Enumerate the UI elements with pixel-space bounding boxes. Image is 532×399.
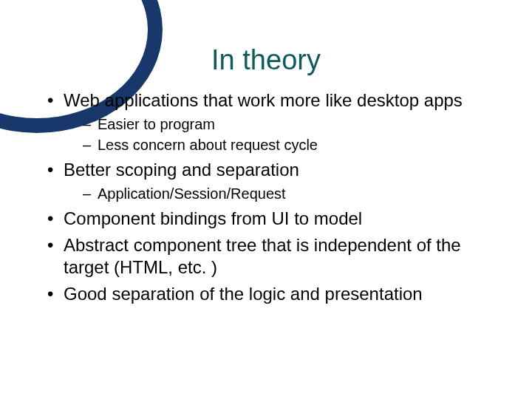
- list-item: Web applications that work more like des…: [47, 89, 499, 154]
- slide: In theory Web applications that work mor…: [0, 44, 532, 399]
- list-item: Good separation of the logic and present…: [47, 283, 499, 305]
- bullet-text: Better scoping and separation: [64, 160, 299, 180]
- bullet-text: Easier to program: [98, 116, 215, 132]
- list-item: Less concern about request cycle: [83, 135, 499, 154]
- bullet-text: Application/Session/Request: [98, 185, 286, 202]
- sub-list: Easier to program Less concern about req…: [64, 115, 499, 154]
- bullet-text: Abstract component tree that is independ…: [64, 235, 461, 277]
- bullet-text: Component bindings from UI to model: [64, 208, 362, 228]
- list-item: Better scoping and separation Applicatio…: [47, 159, 499, 203]
- list-item: Component bindings from UI to model: [47, 208, 499, 230]
- sub-list: Application/Session/Request: [64, 184, 499, 203]
- bullet-text: Web applications that work more like des…: [64, 90, 463, 110]
- list-item: Abstract component tree that is independ…: [47, 234, 499, 279]
- bullet-list: Web applications that work more like des…: [47, 89, 499, 305]
- bullet-text: Good separation of the logic and present…: [64, 284, 423, 304]
- slide-content: Web applications that work more like des…: [0, 89, 532, 305]
- list-item: Easier to program: [83, 115, 499, 134]
- bullet-text: Less concern about request cycle: [98, 137, 318, 153]
- list-item: Application/Session/Request: [83, 184, 499, 203]
